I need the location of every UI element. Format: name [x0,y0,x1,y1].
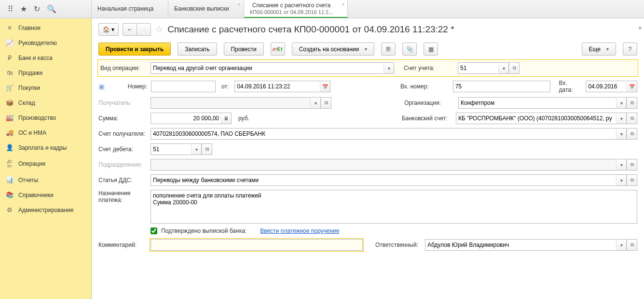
close-icon[interactable]: × [638,24,642,32]
sidebar-item-assets[interactable]: 🚚ОС и НМА [0,125,91,140]
sidebar-item-main[interactable]: ≡Главное [0,20,91,35]
dropdown-icon[interactable]: ▾ [191,143,202,155]
apps-icon[interactable]: ⠿ [8,4,14,14]
date-input[interactable] [237,81,318,92]
enter-pp-link[interactable]: Ввести платежное поручение [260,228,339,234]
dropdown-icon[interactable]: ▾ [616,128,627,140]
open-icon[interactable]: ⧉ [321,97,331,109]
recip-acc-input[interactable] [153,128,614,139]
tab-home[interactable]: Начальная страница [92,0,168,18]
gear-icon: ⚙ [6,206,14,214]
dropdown-icon[interactable]: ▾ [498,62,509,74]
label-recip-acc: Счет получателя: [98,130,147,137]
sidebar-item-warehouse[interactable]: 📦Склад [0,95,91,110]
favorite-icon[interactable]: ☆ [155,24,164,35]
list-button[interactable]: ▦ [424,43,438,56]
search-icon[interactable]: 🔍 [47,4,56,14]
label-division: Подразделение: [98,161,147,168]
responsible-input[interactable] [427,240,614,250]
home-button[interactable]: 🏠 ▾ [98,23,119,36]
comment-input[interactable] [153,240,360,250]
calendar-icon[interactable]: 📅 [320,81,330,92]
checkbox-icon: ▣ [98,83,107,90]
label-confirmed: Подтверждено выпиской банка: [161,228,247,234]
create-based-button[interactable]: Создать на основании [292,43,375,56]
open-icon[interactable]: ⧉ [627,113,637,124]
open-icon[interactable]: ⧉ [202,143,212,155]
op-type-input[interactable] [153,63,382,73]
open-icon[interactable]: ⧉ [509,62,520,74]
help-button[interactable]: ? [623,43,637,56]
label-rub: руб. [238,115,249,122]
menu-icon: ≡ [6,24,14,31]
content: × 🏠 ▾ ←→ ☆ Списание с расчетного счета К… [92,18,644,299]
sidebar-item-catalogs[interactable]: 📚Справочники [0,187,91,202]
sum-input[interactable] [153,113,219,124]
post-button[interactable]: Провести [224,43,264,56]
bank-acc-input[interactable] [458,113,614,124]
label-sum: Сумма: [98,115,147,122]
calendar-icon[interactable]: 📅 [627,81,637,92]
dropdown-icon[interactable]: ▾ [616,239,627,251]
box-icon: 📦 [6,99,14,106]
open-icon[interactable]: ⧉ [627,97,637,109]
calculator-icon[interactable]: 🖩 [221,113,232,124]
org-input[interactable] [461,98,614,108]
top-icons: ⠿ ★ ↻ 🔍 [0,0,92,18]
sidebar-item-manager[interactable]: 📈Руководителю [0,35,91,50]
sidebar-item-production[interactable]: 🏭Производство [0,110,91,125]
save-button[interactable]: Записать [178,43,217,56]
back-button[interactable]: ← [123,23,137,36]
dds-input[interactable] [153,175,614,185]
sidebar-item-hr[interactable]: 👤Зарплата и кадры [0,140,91,155]
tab-bank[interactable]: Банковские выписки× [168,0,244,18]
debit-acc-input[interactable] [153,144,189,155]
in-num-input[interactable] [455,81,548,92]
sidebar-item-bank[interactable]: ₽Банк и касса [0,50,91,65]
sidebar-item-operations[interactable]: ДтКтОперации [0,155,91,172]
in-date-input[interactable] [588,81,625,92]
open-icon[interactable]: ⧉ [627,239,637,251]
close-icon[interactable]: × [342,2,345,7]
chart-icon: 📈 [6,39,14,46]
open-icon[interactable]: ⧉ [627,174,637,186]
history-icon[interactable]: ↻ [34,4,40,14]
sidebar-item-reports[interactable]: 📊Отчеты [0,172,91,187]
content-header: 🏠 ▾ ←→ ☆ Списание с расчетного счета КП0… [98,23,637,36]
post-close-button[interactable]: Провести и закрыть [98,43,171,56]
label-from: от: [221,83,229,90]
label-responsible: Ответственный: [375,242,421,248]
open-icon[interactable]: ⧉ [627,159,637,171]
dropdown-icon[interactable]: ▾ [616,113,627,124]
label-dds: Статья ДДС: [98,177,147,184]
open-icon[interactable]: ⧉ [627,128,637,140]
dropdown-icon[interactable]: ▾ [384,62,394,74]
label-debit-acc: Счет дебета: [98,146,147,153]
toolbar: Провести и закрыть Записать Провести ДтК… [98,43,637,56]
attach-button[interactable]: 📎 [402,43,417,56]
basket-icon: 🛒 [6,84,14,91]
division-input [153,159,614,170]
more-button[interactable]: Еще [582,43,616,56]
label-bank-acc: Банковский счет: [402,115,452,122]
close-icon[interactable]: × [238,2,241,7]
dropdown-icon[interactable]: ▾ [616,174,627,186]
dropdown-icon[interactable]: ▾ [616,159,627,171]
truck-icon: 🚚 [6,129,14,136]
star-icon[interactable]: ★ [20,4,27,14]
number-input[interactable] [153,81,213,92]
label-number: Номер: [110,83,147,90]
doc-button[interactable]: 🖹 [381,43,396,56]
purpose-textarea[interactable] [151,190,637,224]
dropdown-icon[interactable]: ▾ [310,97,321,109]
account-input[interactable] [460,63,496,73]
confirmed-checkbox[interactable] [151,228,157,234]
dropdown-icon[interactable]: ▾ [616,97,627,109]
sidebar-item-admin[interactable]: ⚙Администрирование [0,202,91,217]
sidebar-item-sales[interactable]: 🛍Продажи [0,65,91,80]
label-purpose: Назначениеплатежа: [98,190,147,203]
tab-document[interactable]: Списание с расчетного счета КП00-000001 … [244,0,348,18]
forward-button[interactable]: → [137,23,151,36]
dtct-button[interactable]: ДтКт [271,43,285,56]
sidebar-item-purchases[interactable]: 🛒Покупки [0,80,91,95]
